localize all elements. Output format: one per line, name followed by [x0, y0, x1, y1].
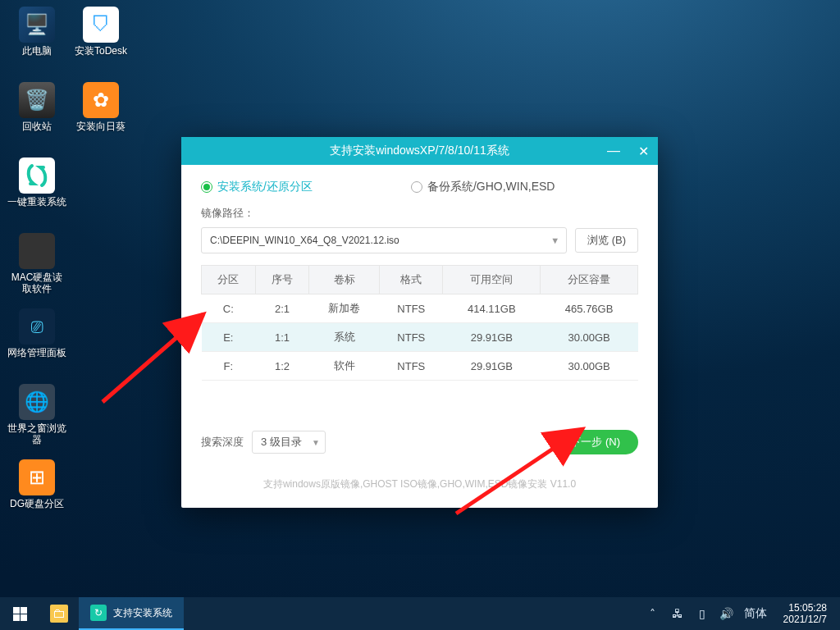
close-button[interactable]: ✕ [628, 137, 658, 165]
th-label: 卷标 [309, 266, 380, 294]
table-cell: 29.91GB [443, 352, 541, 381]
folder-icon: 🗀 [50, 605, 68, 623]
chevron-down-icon: ▼ [550, 235, 559, 245]
monitor-icon: 🖥️ [19, 7, 55, 43]
app-icon: ↻ [90, 605, 107, 621]
svg-rect-3 [21, 607, 27, 614]
taskbar-task-installer[interactable]: ↻ 支持安装系统 [79, 597, 184, 630]
browse-button[interactable]: 浏览 (B) [575, 228, 638, 253]
minimize-button[interactable]: — [599, 137, 628, 165]
network-icon[interactable]: 🖧 [670, 606, 685, 621]
table-cell: 414.11GB [443, 294, 541, 323]
desktop-icon-todesk[interactable]: ⛉安装ToDesk [71, 7, 131, 79]
taskbar: 🗀 ↻ 支持安装系统 ˄ 🖧 ▯ 🔊 简体 15:05:28 2021/12/7 [0, 597, 840, 630]
table-row[interactable]: C:2:1新加卷NTFS414.11GB465.76GB [202, 294, 638, 323]
taskbar-clock[interactable]: 15:05:28 2021/12/7 [777, 602, 833, 626]
sunflower-icon: ✿ [83, 82, 119, 118]
ime-indicator[interactable]: 简体 [744, 606, 767, 621]
table-cell: C: [202, 294, 256, 323]
desktop-icon-network-panel[interactable]: ⎚网络管理面板 [7, 308, 67, 381]
partition-table: 分区 序号 卷标 格式 可用空间 分区容量 C:2:1新加卷NTFS414.11… [201, 265, 638, 381]
table-cell: 30.00GB [541, 352, 638, 381]
table-cell: 1:2 [255, 352, 309, 381]
radio-dot-icon [411, 181, 422, 193]
apple-icon [19, 233, 55, 269]
table-cell: 465.76GB [541, 294, 638, 323]
trash-icon: 🗑️ [19, 82, 55, 118]
battery-icon[interactable]: ▯ [695, 606, 710, 621]
todesk-icon: ⛉ [83, 7, 119, 43]
table-cell: 系统 [309, 323, 380, 352]
table-cell: 29.91GB [443, 323, 541, 352]
desktop-icon-mac-disk[interactable]: MAC硬盘读取软件 [7, 233, 67, 305]
desktop-icon-browser[interactable]: 🌐世界之窗浏览器 [7, 384, 67, 456]
desktop: 🖥️此电脑 ⛉安装ToDesk 🗑️回收站 ✿安装向日葵 一键重装系统 MAC硬… [7, 7, 131, 532]
table-cell: 2:1 [255, 294, 309, 323]
table-cell: NTFS [380, 352, 443, 381]
image-path-combo[interactable]: C:\DEEPIN_WIN10_X64_Q8_V2021.12.iso ▼ [201, 227, 567, 253]
install-dialog: 支持安装windowsXP/7/8/10/11系统 — ✕ 安装系统/还原分区 … [181, 137, 658, 508]
table-cell: E: [202, 323, 256, 352]
svg-rect-2 [13, 607, 20, 614]
start-button[interactable] [0, 597, 39, 630]
system-tray: ˄ 🖧 ▯ 🔊 简体 15:05:28 2021/12/7 [639, 602, 840, 626]
table-row[interactable]: F:1:2软件NTFS29.91GB30.00GB [202, 352, 638, 381]
partition-icon: ⊞ [19, 459, 55, 495]
desktop-icon-sunflower[interactable]: ✿安装向日葵 [71, 82, 131, 154]
network-icon: ⎚ [19, 308, 55, 345]
th-index: 序号 [255, 266, 309, 294]
radio-backup[interactable]: 备份系统/GHO,WIN,ESD [411, 180, 555, 194]
th-partition: 分区 [202, 266, 256, 294]
desktop-icon-dg-partition[interactable]: ⊞DG硬盘分区 [7, 459, 67, 532]
desktop-icon-reinstall[interactable]: 一键重装系统 [7, 158, 67, 230]
image-path-label: 镜像路径： [201, 206, 638, 221]
search-depth-select[interactable]: 3 级目录 ▼ [252, 431, 326, 454]
radio-dot-icon [201, 181, 212, 193]
volume-icon[interactable]: 🔊 [719, 606, 734, 621]
th-free: 可用空间 [443, 266, 541, 294]
svg-rect-5 [21, 614, 27, 621]
svg-rect-4 [13, 614, 20, 621]
image-path-value: C:\DEEPIN_WIN10_X64_Q8_V2021.12.iso [210, 235, 399, 246]
table-cell: NTFS [380, 323, 443, 352]
dialog-footer: 支持windows原版镜像,GHOST ISO镜像,GHO,WIM,ESD镜像安… [181, 466, 658, 508]
dialog-titlebar[interactable]: 支持安装windowsXP/7/8/10/11系统 — ✕ [181, 137, 658, 165]
table-cell: 软件 [309, 352, 380, 381]
dialog-title: 支持安装windowsXP/7/8/10/11系统 [330, 144, 509, 158]
chevron-down-icon: ▼ [312, 438, 320, 447]
globe-icon: 🌐 [19, 384, 55, 420]
desktop-icon-recycle-bin[interactable]: 🗑️回收站 [7, 82, 67, 154]
th-size: 分区容量 [541, 266, 638, 294]
reinstall-icon [19, 158, 55, 194]
tray-chevron-up-icon[interactable]: ˄ [646, 606, 660, 621]
windows-icon [13, 607, 27, 621]
radio-install-restore[interactable]: 安装系统/还原分区 [201, 180, 313, 194]
desktop-icon-this-pc[interactable]: 🖥️此电脑 [7, 7, 67, 79]
table-cell: 1:1 [255, 323, 309, 352]
table-cell: 新加卷 [309, 294, 380, 323]
th-format: 格式 [380, 266, 443, 294]
search-depth-label: 搜索深度 [201, 435, 244, 450]
file-explorer-button[interactable]: 🗀 [39, 597, 79, 630]
table-cell: F: [202, 352, 256, 381]
table-row[interactable]: E:1:1系统NTFS29.91GB30.00GB [202, 323, 638, 352]
table-cell: NTFS [380, 294, 443, 323]
table-cell: 30.00GB [541, 323, 638, 352]
next-button[interactable]: 下一步 (N) [552, 430, 638, 454]
